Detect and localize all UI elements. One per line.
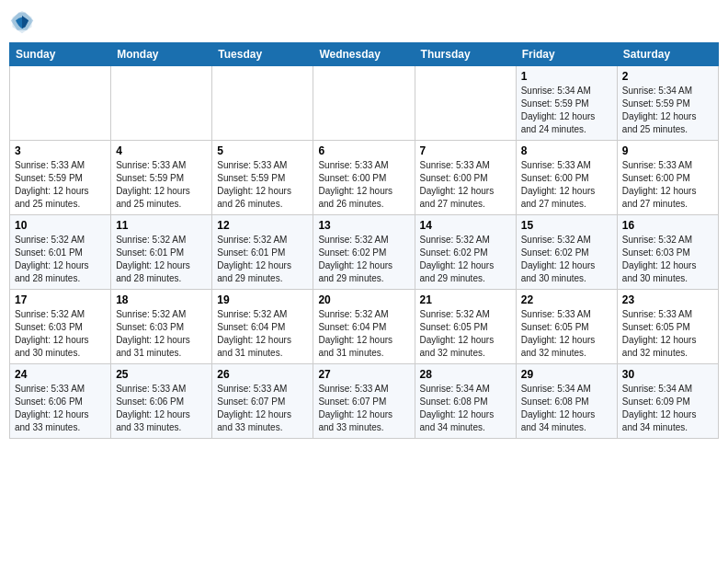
calendar-cell xyxy=(313,66,415,141)
calendar-cell: 24Sunrise: 5:33 AM Sunset: 6:06 PM Dayli… xyxy=(10,364,111,439)
day-info: Sunrise: 5:32 AM Sunset: 6:03 PM Dayligh… xyxy=(622,234,713,285)
day-number: 4 xyxy=(116,144,207,157)
calendar-cell: 7Sunrise: 5:33 AM Sunset: 6:00 PM Daylig… xyxy=(415,141,516,215)
day-number: 14 xyxy=(420,219,511,232)
calendar-cell xyxy=(111,66,212,141)
day-number: 11 xyxy=(116,219,207,232)
calendar-cell: 30Sunrise: 5:34 AM Sunset: 6:09 PM Dayli… xyxy=(617,364,718,439)
day-number: 6 xyxy=(318,144,409,157)
logo-icon xyxy=(9,9,35,35)
calendar-cell xyxy=(415,66,516,141)
calendar-cell: 25Sunrise: 5:33 AM Sunset: 6:06 PM Dayli… xyxy=(111,364,212,439)
page-header xyxy=(9,9,719,35)
calendar-cell: 3Sunrise: 5:33 AM Sunset: 5:59 PM Daylig… xyxy=(10,141,111,215)
calendar-cell: 11Sunrise: 5:32 AM Sunset: 6:01 PM Dayli… xyxy=(111,215,212,290)
calendar-cell: 21Sunrise: 5:32 AM Sunset: 6:05 PM Dayli… xyxy=(415,290,516,364)
day-info: Sunrise: 5:33 AM Sunset: 5:59 PM Dayligh… xyxy=(15,159,106,211)
day-number: 1 xyxy=(521,70,612,83)
day-number: 26 xyxy=(217,368,308,381)
calendar-week-4: 17Sunrise: 5:32 AM Sunset: 6:03 PM Dayli… xyxy=(10,290,719,364)
calendar-cell: 6Sunrise: 5:33 AM Sunset: 6:00 PM Daylig… xyxy=(313,141,415,215)
day-info: Sunrise: 5:32 AM Sunset: 6:01 PM Dayligh… xyxy=(217,234,308,285)
day-number: 2 xyxy=(622,70,713,83)
day-number: 15 xyxy=(521,219,612,232)
day-info: Sunrise: 5:34 AM Sunset: 6:08 PM Dayligh… xyxy=(420,383,511,434)
calendar-cell: 28Sunrise: 5:34 AM Sunset: 6:08 PM Dayli… xyxy=(415,364,516,439)
day-number: 20 xyxy=(318,293,409,306)
calendar-cell: 17Sunrise: 5:32 AM Sunset: 6:03 PM Dayli… xyxy=(10,290,111,364)
calendar-cell: 22Sunrise: 5:33 AM Sunset: 6:05 PM Dayli… xyxy=(516,290,617,364)
day-number: 10 xyxy=(15,219,106,232)
calendar-cell: 15Sunrise: 5:32 AM Sunset: 6:02 PM Dayli… xyxy=(516,215,617,290)
day-info: Sunrise: 5:34 AM Sunset: 5:59 PM Dayligh… xyxy=(622,85,713,136)
weekday-header-wednesday: Wednesday xyxy=(313,43,415,66)
calendar-cell xyxy=(212,66,313,141)
calendar-cell: 9Sunrise: 5:33 AM Sunset: 6:00 PM Daylig… xyxy=(617,141,718,215)
calendar-cell: 4Sunrise: 5:33 AM Sunset: 5:59 PM Daylig… xyxy=(111,141,212,215)
calendar-week-5: 24Sunrise: 5:33 AM Sunset: 6:06 PM Dayli… xyxy=(10,364,719,439)
day-info: Sunrise: 5:33 AM Sunset: 6:00 PM Dayligh… xyxy=(521,159,612,211)
calendar-cell: 14Sunrise: 5:32 AM Sunset: 6:02 PM Dayli… xyxy=(415,215,516,290)
day-number: 3 xyxy=(15,144,106,157)
calendar-cell: 29Sunrise: 5:34 AM Sunset: 6:08 PM Dayli… xyxy=(516,364,617,439)
calendar-cell: 12Sunrise: 5:32 AM Sunset: 6:01 PM Dayli… xyxy=(212,215,313,290)
day-info: Sunrise: 5:33 AM Sunset: 5:59 PM Dayligh… xyxy=(116,159,207,211)
day-info: Sunrise: 5:32 AM Sunset: 6:02 PM Dayligh… xyxy=(318,234,409,285)
calendar-cell: 26Sunrise: 5:33 AM Sunset: 6:07 PM Dayli… xyxy=(212,364,313,439)
day-number: 19 xyxy=(217,293,308,306)
calendar-cell: 23Sunrise: 5:33 AM Sunset: 6:05 PM Dayli… xyxy=(617,290,718,364)
day-number: 25 xyxy=(116,368,207,381)
calendar-cell: 5Sunrise: 5:33 AM Sunset: 5:59 PM Daylig… xyxy=(212,141,313,215)
day-number: 5 xyxy=(217,144,308,157)
weekday-header-friday: Friday xyxy=(516,43,617,66)
calendar-cell: 18Sunrise: 5:32 AM Sunset: 6:03 PM Dayli… xyxy=(111,290,212,364)
calendar-cell: 27Sunrise: 5:33 AM Sunset: 6:07 PM Dayli… xyxy=(313,364,415,439)
calendar-week-2: 3Sunrise: 5:33 AM Sunset: 5:59 PM Daylig… xyxy=(10,141,719,215)
calendar-cell: 19Sunrise: 5:32 AM Sunset: 6:04 PM Dayli… xyxy=(212,290,313,364)
weekday-header-thursday: Thursday xyxy=(415,43,516,66)
calendar-cell: 2Sunrise: 5:34 AM Sunset: 5:59 PM Daylig… xyxy=(617,66,718,141)
day-info: Sunrise: 5:34 AM Sunset: 6:09 PM Dayligh… xyxy=(622,383,713,434)
day-info: Sunrise: 5:32 AM Sunset: 6:01 PM Dayligh… xyxy=(15,234,106,285)
day-number: 17 xyxy=(15,293,106,306)
day-number: 13 xyxy=(318,219,409,232)
day-info: Sunrise: 5:33 AM Sunset: 6:07 PM Dayligh… xyxy=(318,383,409,434)
weekday-header-tuesday: Tuesday xyxy=(212,43,313,66)
day-info: Sunrise: 5:33 AM Sunset: 6:06 PM Dayligh… xyxy=(116,383,207,434)
day-info: Sunrise: 5:32 AM Sunset: 6:02 PM Dayligh… xyxy=(521,234,612,285)
day-info: Sunrise: 5:32 AM Sunset: 6:03 PM Dayligh… xyxy=(15,308,106,360)
day-info: Sunrise: 5:33 AM Sunset: 6:00 PM Dayligh… xyxy=(622,159,713,211)
day-info: Sunrise: 5:33 AM Sunset: 6:05 PM Dayligh… xyxy=(521,308,612,360)
day-info: Sunrise: 5:33 AM Sunset: 6:00 PM Dayligh… xyxy=(318,159,409,211)
day-info: Sunrise: 5:32 AM Sunset: 6:05 PM Dayligh… xyxy=(420,308,511,360)
day-info: Sunrise: 5:33 AM Sunset: 6:05 PM Dayligh… xyxy=(622,308,713,360)
day-info: Sunrise: 5:33 AM Sunset: 5:59 PM Dayligh… xyxy=(217,159,308,211)
day-info: Sunrise: 5:32 AM Sunset: 6:03 PM Dayligh… xyxy=(116,308,207,360)
calendar-cell xyxy=(10,66,111,141)
calendar-cell: 10Sunrise: 5:32 AM Sunset: 6:01 PM Dayli… xyxy=(10,215,111,290)
day-info: Sunrise: 5:33 AM Sunset: 6:07 PM Dayligh… xyxy=(217,383,308,434)
day-number: 22 xyxy=(521,293,612,306)
day-number: 30 xyxy=(622,368,713,381)
day-info: Sunrise: 5:32 AM Sunset: 6:04 PM Dayligh… xyxy=(318,308,409,360)
logo xyxy=(9,9,39,35)
weekday-header-sunday: Sunday xyxy=(10,43,111,66)
day-number: 29 xyxy=(521,368,612,381)
calendar-cell: 16Sunrise: 5:32 AM Sunset: 6:03 PM Dayli… xyxy=(617,215,718,290)
day-number: 7 xyxy=(420,144,511,157)
calendar-header-row: SundayMondayTuesdayWednesdayThursdayFrid… xyxy=(10,43,719,66)
day-info: Sunrise: 5:33 AM Sunset: 6:00 PM Dayligh… xyxy=(420,159,511,211)
day-info: Sunrise: 5:34 AM Sunset: 6:08 PM Dayligh… xyxy=(521,383,612,434)
day-number: 16 xyxy=(622,219,713,232)
day-info: Sunrise: 5:33 AM Sunset: 6:06 PM Dayligh… xyxy=(15,383,106,434)
day-number: 21 xyxy=(420,293,511,306)
day-number: 12 xyxy=(217,219,308,232)
day-number: 8 xyxy=(521,144,612,157)
day-number: 27 xyxy=(318,368,409,381)
calendar-cell: 8Sunrise: 5:33 AM Sunset: 6:00 PM Daylig… xyxy=(516,141,617,215)
day-info: Sunrise: 5:34 AM Sunset: 5:59 PM Dayligh… xyxy=(521,85,612,136)
weekday-header-monday: Monday xyxy=(111,43,212,66)
day-info: Sunrise: 5:32 AM Sunset: 6:04 PM Dayligh… xyxy=(217,308,308,360)
day-info: Sunrise: 5:32 AM Sunset: 6:01 PM Dayligh… xyxy=(116,234,207,285)
day-number: 18 xyxy=(116,293,207,306)
